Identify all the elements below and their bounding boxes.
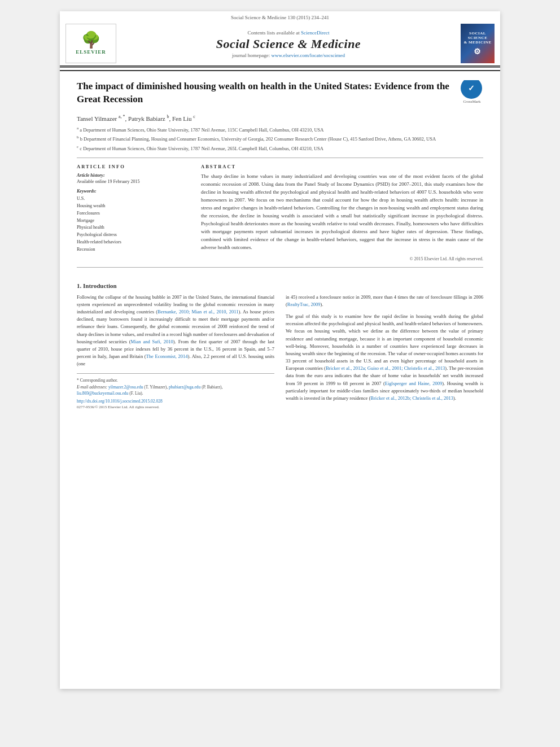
science-direct-line: Contents lists available at ScienceDirec… xyxy=(121,29,456,37)
keyword-foreclosures: Foreclosures xyxy=(77,210,190,217)
section-divider-1 xyxy=(77,158,483,158)
ref-bernanke[interactable]: Bernanke, 2010; Mian et al., 2010, 2011 xyxy=(158,309,238,314)
keyword-housing-wealth: Housing wealth xyxy=(77,203,190,210)
keyword-health-behaviors: Health-related behaviors xyxy=(77,239,190,246)
journal-title: Social Science & Medicine xyxy=(121,37,456,51)
ref-economist[interactable]: The Economist, 2014 xyxy=(146,353,188,359)
intro-title: Introduction xyxy=(83,282,117,289)
affiliation-a: a a Department of Human Sciences, Ohio S… xyxy=(77,125,483,134)
homepage-label: journal homepage: xyxy=(232,53,270,58)
intro-number: 1. xyxy=(77,282,81,289)
email-liu[interactable]: liu.869@buckeyemail.osu.edu xyxy=(77,391,128,396)
affiliations: a a Department of Human Sciences, Ohio S… xyxy=(77,125,483,152)
elsevier-label: ELSEVIER xyxy=(76,49,106,55)
abstract-text: The sharp decline in home values in many… xyxy=(201,173,483,251)
cover-text-2: SCIENCE xyxy=(468,36,488,40)
article-content: ✓ CrossMark The impact of diminished hou… xyxy=(60,71,500,282)
section-divider-2 xyxy=(77,267,483,268)
crossmark-badge: ✓ CrossMark xyxy=(461,80,483,100)
journal-citation-bar: Social Science & Medicine 130 (2015) 234… xyxy=(60,11,500,21)
body-content: 1. Introduction Following the collapse o… xyxy=(60,282,500,418)
journal-citation: Social Science & Medicine 130 (2015) 234… xyxy=(231,15,329,20)
intro-right-col: in 45) received a foreclosure notice in … xyxy=(286,294,483,409)
email-yilmazer[interactable]: yilmazer.2@osu.edu xyxy=(108,385,143,390)
keyword-mortgage: Mortgage xyxy=(77,217,190,225)
footnote-section: * Corresponding author. E-mail addresses… xyxy=(77,373,274,409)
abstract-column: ABSTRACT The sharp decline in home value… xyxy=(201,164,483,261)
journal-banner: 🌳 ELSEVIER Contents lists available at S… xyxy=(60,21,500,65)
keywords-list: U.S. Housing wealth Foreclosures Mortgag… xyxy=(77,195,190,253)
authors-line: Tansel Yilmazer a, *, Patryk Babiarz b, … xyxy=(77,114,483,122)
intro-section-title: 1. Introduction xyxy=(77,282,483,289)
keyword-physical-health: Physical health xyxy=(77,224,190,231)
journal-center-info: Contents lists available at ScienceDirec… xyxy=(121,29,456,58)
header-divider xyxy=(60,65,500,68)
affiliation-b: b b Department of Financial Planning, Ho… xyxy=(77,134,483,143)
info-abstract-columns: ARTICLE INFO Article history: Available … xyxy=(77,164,483,261)
elsevier-tree-icon: 🌳 xyxy=(81,32,101,48)
contents-available-label: Contents lists available at xyxy=(248,30,300,36)
intro-right-para-foreclosure: in 45) received a foreclosure notice in … xyxy=(286,294,483,308)
article-info-column: ARTICLE INFO Article history: Available … xyxy=(77,164,190,261)
journal-cover: SOCIAL SCIENCE & MEDICINE ⚙ xyxy=(461,24,495,63)
article-history-label: Article history: xyxy=(77,173,190,178)
article-page: Social Science & Medicine 130 (2015) 234… xyxy=(60,11,500,689)
ref-eiglsperger[interactable]: Eiglsperger and Haine, 2009 xyxy=(385,381,442,386)
keyword-psych-distress: Psychological distress xyxy=(77,231,190,239)
journal-homepage: journal homepage: www.elsevier.com/locat… xyxy=(121,53,456,58)
email-babiarz[interactable]: pbabiarz@uga.edu xyxy=(169,385,200,390)
abstract-header: ABSTRACT xyxy=(201,164,483,169)
copyright-notice: © 2015 Elsevier Ltd. All rights reserved… xyxy=(201,256,483,261)
ref-realtytrac[interactable]: RealtyTrac, 2009 xyxy=(287,302,321,307)
article-available-online: Available online 19 February 2015 xyxy=(77,179,190,184)
cover-text-3: & MEDICINE xyxy=(463,40,491,45)
ref-mian-sufi[interactable]: Mian and Sufi, 2010 xyxy=(131,339,173,344)
cover-text-1: SOCIAL xyxy=(469,31,486,36)
homepage-url[interactable]: www.elsevier.com/locate/socscimed xyxy=(272,53,345,58)
intro-columns: Following the collapse of the housing bu… xyxy=(77,294,483,409)
keywords-label: Keywords: xyxy=(77,189,190,194)
intro-right-para-goal: The goal of this study is to examine how… xyxy=(286,313,483,402)
sciencedirect-link[interactable]: ScienceDirect xyxy=(301,30,329,36)
footnote-corresponding: * Corresponding author. xyxy=(77,377,274,383)
issn-line: 0277-9536/© 2015 Elsevier Ltd. All right… xyxy=(77,405,274,409)
intro-left-col: Following the collapse of the housing bu… xyxy=(77,294,274,409)
article-info-header: ARTICLE INFO xyxy=(77,164,190,169)
crossmark-icon: ✓ xyxy=(461,80,482,99)
email-label: E-mail addresses: xyxy=(77,385,107,390)
doi-link[interactable]: http://dx.doi.org/10.1016/j.socscimed.20… xyxy=(77,399,163,404)
ref-bricker-2012a[interactable]: Bricker et al., 2012a; Guiso et al., 200… xyxy=(326,365,445,371)
elsevier-logo: 🌳 ELSEVIER xyxy=(65,24,116,63)
ref-bricker-2012b[interactable]: Bricker et al., 2012b; Christelis et al.… xyxy=(370,395,453,401)
article-title: The impact of diminished housing wealth … xyxy=(77,80,483,106)
intro-left-para1: Following the collapse of the housing bu… xyxy=(77,294,274,368)
affiliation-c: c c Department of Human Sciences, Ohio S… xyxy=(77,144,483,152)
footnote-emails: E-mail addresses: yilmazer.2@osu.edu (T.… xyxy=(77,384,274,397)
keyword-us: U.S. xyxy=(77,195,190,203)
keyword-recession: Recession xyxy=(77,246,190,254)
doi-line: http://dx.doi.org/10.1016/j.socscimed.20… xyxy=(77,399,274,404)
journal-header: Social Science & Medicine 130 (2015) 234… xyxy=(60,11,500,71)
